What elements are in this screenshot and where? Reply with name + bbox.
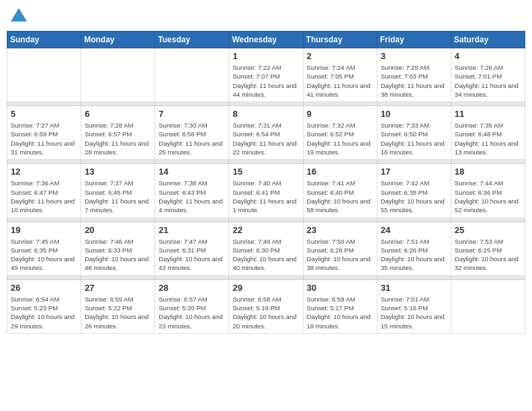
day-info: Sunrise: 7:49 AMSunset: 6:30 PMDaylight:…: [232, 237, 299, 273]
calendar-week-row: 19Sunrise: 7:45 AMSunset: 6:35 PMDayligh…: [7, 222, 525, 275]
calendar-cell: 21Sunrise: 7:47 AMSunset: 6:31 PMDayligh…: [155, 222, 229, 275]
calendar-cell: 25Sunrise: 7:53 AMSunset: 6:25 PMDayligh…: [451, 222, 525, 275]
logo: [9, 7, 31, 26]
day-number: 1: [232, 51, 299, 61]
day-info: Sunrise: 7:30 AMSunset: 6:56 PMDaylight:…: [159, 121, 225, 156]
day-info: Sunrise: 6:58 AMSunset: 5:19 PMDaylight:…: [232, 295, 299, 330]
weekday-header-monday: Monday: [81, 32, 155, 48]
day-number: 16: [307, 167, 373, 177]
calendar-cell: 1Sunrise: 7:22 AMSunset: 7:07 PMDaylight…: [229, 48, 303, 102]
day-number: 13: [85, 167, 151, 177]
day-info: Sunrise: 7:27 AMSunset: 6:59 PMDaylight:…: [11, 121, 77, 156]
day-info: Sunrise: 7:47 AMSunset: 6:31 PMDaylight:…: [159, 237, 225, 273]
weekday-header-tuesday: Tuesday: [155, 32, 229, 48]
day-number: 27: [85, 283, 151, 293]
day-number: 14: [159, 167, 225, 177]
logo-icon: [9, 7, 28, 26]
calendar-cell: 18Sunrise: 7:44 AMSunset: 6:36 PMDayligh…: [451, 164, 525, 218]
page-header: [7, 7, 525, 26]
day-number: 26: [11, 283, 77, 293]
day-info: Sunrise: 7:46 AMSunset: 6:33 PMDaylight:…: [85, 237, 151, 273]
day-number: 15: [232, 167, 299, 177]
weekday-header-row: SundayMondayTuesdayWednesdayThursdayFrid…: [7, 32, 525, 48]
day-number: 7: [159, 109, 225, 119]
calendar-cell: 19Sunrise: 7:45 AMSunset: 6:35 PMDayligh…: [7, 222, 81, 275]
calendar-cell: [451, 279, 525, 333]
day-number: 3: [381, 51, 447, 61]
day-number: 24: [381, 225, 447, 235]
calendar-cell: 22Sunrise: 7:49 AMSunset: 6:30 PMDayligh…: [229, 222, 303, 275]
calendar-cell: [155, 48, 229, 102]
day-info: Sunrise: 7:35 AMSunset: 6:48 PMDaylight:…: [455, 121, 521, 156]
calendar-cell: 16Sunrise: 7:41 AMSunset: 6:40 PMDayligh…: [303, 164, 377, 218]
weekday-header-saturday: Saturday: [451, 32, 525, 48]
calendar-cell: 3Sunrise: 7:25 AMSunset: 7:03 PMDaylight…: [377, 48, 451, 102]
day-number: 30: [307, 283, 373, 293]
calendar-cell: 6Sunrise: 7:28 AMSunset: 6:57 PMDaylight…: [81, 106, 155, 160]
day-info: Sunrise: 7:40 AMSunset: 6:41 PMDaylight:…: [232, 179, 299, 214]
calendar-cell: 5Sunrise: 7:27 AMSunset: 6:59 PMDaylight…: [7, 106, 81, 160]
day-number: 18: [455, 167, 521, 177]
day-number: 10: [381, 109, 447, 119]
day-number: 22: [232, 225, 299, 235]
calendar-cell: 7Sunrise: 7:30 AMSunset: 6:56 PMDaylight…: [155, 106, 229, 160]
day-number: 19: [11, 225, 77, 235]
weekday-header-thursday: Thursday: [303, 32, 377, 48]
calendar-cell: 8Sunrise: 7:31 AMSunset: 6:54 PMDaylight…: [229, 106, 303, 160]
day-number: 11: [455, 109, 521, 119]
day-info: Sunrise: 7:38 AMSunset: 6:43 PMDaylight:…: [159, 179, 225, 214]
day-info: Sunrise: 7:44 AMSunset: 6:36 PMDaylight:…: [455, 179, 521, 214]
day-info: Sunrise: 7:53 AMSunset: 6:25 PMDaylight:…: [455, 237, 521, 273]
calendar-cell: [7, 48, 81, 102]
day-info: Sunrise: 7:28 AMSunset: 6:57 PMDaylight:…: [85, 121, 151, 156]
calendar-cell: 29Sunrise: 6:58 AMSunset: 5:19 PMDayligh…: [229, 279, 303, 333]
day-number: 2: [307, 51, 373, 61]
day-number: 29: [232, 283, 299, 293]
day-number: 5: [11, 109, 77, 119]
calendar-week-row: 12Sunrise: 7:36 AMSunset: 6:47 PMDayligh…: [7, 164, 525, 218]
calendar-cell: 27Sunrise: 6:55 AMSunset: 5:22 PMDayligh…: [81, 279, 155, 333]
day-number: 4: [455, 51, 521, 61]
day-number: 28: [159, 283, 225, 293]
day-info: Sunrise: 6:57 AMSunset: 5:20 PMDaylight:…: [159, 295, 225, 330]
day-info: Sunrise: 7:22 AMSunset: 7:07 PMDaylight:…: [232, 63, 299, 99]
calendar-week-row: 5Sunrise: 7:27 AMSunset: 6:59 PMDaylight…: [7, 106, 525, 160]
calendar-cell: 17Sunrise: 7:42 AMSunset: 6:38 PMDayligh…: [377, 164, 451, 218]
weekday-header-wednesday: Wednesday: [229, 32, 303, 48]
calendar-cell: 9Sunrise: 7:32 AMSunset: 6:52 PMDaylight…: [303, 106, 377, 160]
calendar-cell: 26Sunrise: 6:54 AMSunset: 5:23 PMDayligh…: [7, 279, 81, 333]
calendar-cell: 15Sunrise: 7:40 AMSunset: 6:41 PMDayligh…: [229, 164, 303, 218]
day-number: 8: [232, 109, 299, 119]
day-number: 23: [307, 225, 373, 235]
day-info: Sunrise: 7:51 AMSunset: 6:26 PMDaylight:…: [381, 237, 447, 273]
calendar-cell: 23Sunrise: 7:50 AMSunset: 6:28 PMDayligh…: [303, 222, 377, 275]
calendar-cell: 4Sunrise: 7:26 AMSunset: 7:01 PMDaylight…: [451, 48, 525, 102]
calendar-table: SundayMondayTuesdayWednesdayThursdayFrid…: [7, 31, 525, 334]
day-info: Sunrise: 6:54 AMSunset: 5:23 PMDaylight:…: [11, 295, 77, 330]
day-info: Sunrise: 7:33 AMSunset: 6:50 PMDaylight:…: [381, 121, 447, 156]
calendar-cell: 13Sunrise: 7:37 AMSunset: 6:45 PMDayligh…: [81, 164, 155, 218]
calendar-cell: 31Sunrise: 7:01 AMSunset: 5:16 PMDayligh…: [377, 279, 451, 333]
day-info: Sunrise: 7:41 AMSunset: 6:40 PMDaylight:…: [307, 179, 373, 214]
day-info: Sunrise: 7:36 AMSunset: 6:47 PMDaylight:…: [11, 179, 77, 214]
calendar-cell: 12Sunrise: 7:36 AMSunset: 6:47 PMDayligh…: [7, 164, 81, 218]
calendar-cell: 10Sunrise: 7:33 AMSunset: 6:50 PMDayligh…: [377, 106, 451, 160]
calendar-cell: [81, 48, 155, 102]
day-info: Sunrise: 7:25 AMSunset: 7:03 PMDaylight:…: [381, 63, 447, 99]
day-info: Sunrise: 7:32 AMSunset: 6:52 PMDaylight:…: [307, 121, 373, 156]
weekday-header-sunday: Sunday: [7, 32, 81, 48]
day-number: 6: [85, 109, 151, 119]
day-info: Sunrise: 7:31 AMSunset: 6:54 PMDaylight:…: [232, 121, 299, 156]
calendar-week-row: 26Sunrise: 6:54 AMSunset: 5:23 PMDayligh…: [7, 279, 525, 333]
day-info: Sunrise: 6:55 AMSunset: 5:22 PMDaylight:…: [85, 295, 151, 330]
day-number: 12: [11, 167, 77, 177]
day-info: Sunrise: 7:45 AMSunset: 6:35 PMDaylight:…: [11, 237, 77, 273]
day-number: 20: [85, 225, 151, 235]
day-number: 31: [381, 283, 447, 293]
day-info: Sunrise: 7:26 AMSunset: 7:01 PMDaylight:…: [455, 63, 521, 99]
day-info: Sunrise: 7:37 AMSunset: 6:45 PMDaylight:…: [85, 179, 151, 214]
day-number: 21: [159, 225, 225, 235]
calendar-cell: 14Sunrise: 7:38 AMSunset: 6:43 PMDayligh…: [155, 164, 229, 218]
day-number: 17: [381, 167, 447, 177]
calendar-week-row: 1Sunrise: 7:22 AMSunset: 7:07 PMDaylight…: [7, 48, 525, 102]
